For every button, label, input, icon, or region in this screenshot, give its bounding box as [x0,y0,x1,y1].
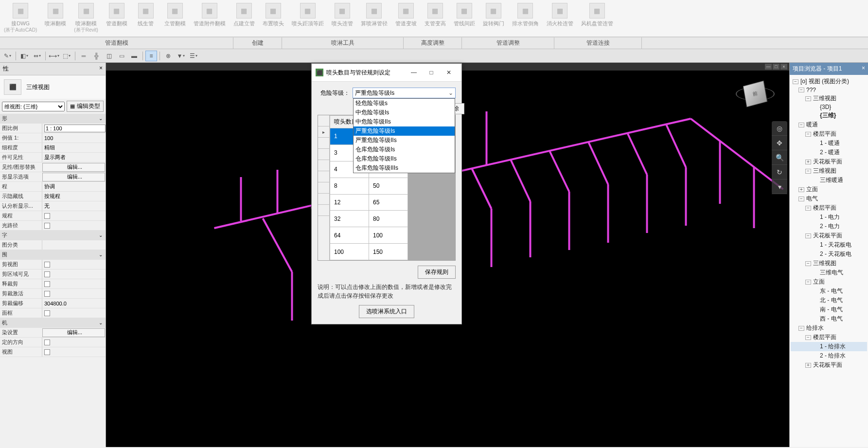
prop-value[interactable] [42,211,106,220]
tree-node[interactable]: −[o] 视图 (视图分类) [791,77,867,86]
table-row[interactable]: 850 [330,178,408,194]
tree-node[interactable]: −电气 [791,194,867,203]
qt-wall[interactable]: ◧ [18,51,30,61]
qt-thin-lines[interactable]: ≡ [145,51,157,61]
tree-expander-icon[interactable]: − [805,96,811,101]
tree-expander-icon[interactable]: − [805,261,811,266]
prop-value[interactable] [42,260,106,269]
select-system-entry-button[interactable]: 选喷淋系统入口 [359,305,414,318]
tree-expander-icon[interactable]: + [805,363,811,368]
ribbon-tool[interactable]: ▦ 算喷淋管径 [357,2,391,35]
prop-checkbox[interactable] [44,281,50,287]
table-row[interactable]: 1265 [330,194,408,211]
dialog-titlebar[interactable]: ⬛ 喷头数目与管径规则设定 — □ ✕ [312,64,461,82]
tree-node[interactable]: 1 - 天花板电 [791,240,867,250]
tree-node[interactable]: 西 - 电气 [791,314,867,323]
properties-close-icon[interactable]: × [99,65,103,73]
prop-value[interactable] [42,308,106,318]
edit-type-button[interactable]: 编辑类型 [67,101,104,112]
dropdown-item[interactable]: 严重危险等级IIs [354,136,455,145]
tree-node[interactable]: −??? [791,86,867,94]
tree-node[interactable]: {三维} [791,111,867,120]
nav-wheel-icon[interactable]: ◎ [772,121,787,136]
tree-node[interactable]: −给排水 [791,323,867,333]
tree-expander-icon[interactable]: − [805,233,811,238]
view-selector[interactable]: 维视图: {三维} [2,102,65,111]
tree-node[interactable]: 三维暖通 [791,176,867,185]
qt-rect[interactable]: ▭ [116,51,127,61]
dropdown-item[interactable]: 轻危险等级s [354,99,455,108]
ribbon-tool[interactable]: ▦ 消火栓连管 [543,2,577,35]
tree-node[interactable]: −三维视图 [791,94,867,103]
tree-node[interactable]: 北 - 电气 [791,296,867,305]
ribbon-tool[interactable]: ▦ 排水管倒角 [508,2,543,35]
prop-value[interactable] [42,347,106,357]
tree-expander-icon[interactable]: − [805,132,811,137]
dropdown-item[interactable]: 中危险等级IIs [354,117,455,126]
nav-orbit-icon[interactable]: ↻ [772,165,787,179]
ribbon-tool[interactable]: ▦ 旋转阀门 [479,2,508,35]
tree-node[interactable]: −楼层平面 [791,129,867,139]
tree-node[interactable]: 三维电气 [791,268,867,277]
tree-node[interactable]: −楼层平面 [791,203,867,213]
table-row[interactable]: 3280 [330,211,408,227]
qt-modify[interactable]: ✎ [1,51,13,61]
qt-pin[interactable]: ═ [78,51,89,61]
table-row[interactable]: 100150 [330,244,408,260]
prop-checkbox[interactable] [44,349,50,355]
ribbon-tool[interactable]: ▦ 支管变高 [421,2,450,35]
tree-expander-icon[interactable]: − [798,326,804,331]
tree-node[interactable]: −楼层平面 [791,333,867,342]
browser-close-icon[interactable]: × [862,65,865,73]
prop-checkbox[interactable] [44,223,50,229]
tree-node[interactable]: 2 - 电力 [791,222,867,231]
tree-node[interactable]: −暖通 [791,120,867,129]
tree-node[interactable]: −立面 [791,277,867,287]
qt-view[interactable]: ▼ [175,51,187,61]
dialog-close-button[interactable]: ✕ [440,67,458,78]
tree-node[interactable]: −三维视图 [791,166,867,176]
prop-value[interactable] [42,338,106,347]
ribbon-tool[interactable]: ▦ 立管翻模 [160,2,190,35]
tree-expander-icon[interactable]: − [798,197,804,201]
viewport-close-icon[interactable]: × [780,64,787,70]
tree-node[interactable]: 1 - 暖通 [791,139,867,148]
collapse-icon[interactable]: ⌄ [99,116,106,121]
ribbon-tool[interactable]: ▦ 喷淋翻模 (基于Revit) [70,2,102,35]
qt-dim[interactable]: ⟷ [48,51,60,61]
prop-checkbox[interactable] [44,213,50,219]
dropdown-item[interactable]: 严重危险等级Is [354,126,455,136]
nav-pan-icon[interactable]: ✥ [772,136,787,150]
dropdown-item[interactable]: 中危险等级Is [354,108,455,117]
nav-more-icon[interactable]: ▾ [772,179,787,194]
qt-split[interactable]: ╬ [90,51,102,61]
ribbon-tool[interactable]: ▦ 布置喷头 [259,2,288,35]
tree-expander-icon[interactable]: − [798,88,804,92]
dropdown-item[interactable]: 仓库危险等级Is [354,145,455,154]
tree-expander-icon[interactable]: + [805,160,811,164]
tree-expander-icon[interactable]: − [805,280,811,285]
tree-expander-icon[interactable]: − [805,335,811,340]
prop-value[interactable] [42,279,106,288]
ribbon-tool[interactable]: ▦ 管道翻模 [102,2,131,35]
viewcube[interactable]: 前 [736,74,775,113]
prop-checkbox[interactable] [44,271,50,277]
prop-value[interactable]: 编辑... [42,163,105,172]
ribbon-tool[interactable]: ▦ 点建立管 [230,2,259,35]
ribbon-tool[interactable]: ▦ 喷淋翻模 [41,2,70,35]
ribbon-tool[interactable]: ▦ 风机盘管连管 [577,2,617,35]
tree-node[interactable]: +立面 [791,185,867,194]
hazard-level-combo[interactable]: 严重危险等级Is 轻危险等级s中危险等级Is中危险等级IIs严重危险等级Is严重… [353,88,456,98]
qt-trim[interactable]: ◫ [103,51,115,61]
prop-value[interactable] [42,124,106,133]
prop-value[interactable] [42,221,106,230]
dropdown-item[interactable]: 仓库危险等级IIIs [354,163,455,173]
nav-zoom-icon[interactable]: 🔍 [772,150,787,165]
tree-node[interactable]: 2 - 天花板电 [791,250,867,259]
tree-node[interactable]: 1 - 电力 [791,213,867,222]
ribbon-tool[interactable]: ▦ 喷头距顶等距 [288,2,328,35]
qt-align[interactable]: ⇔ [31,51,43,61]
prop-input[interactable] [44,125,106,132]
tree-node[interactable]: +天花板平面 [791,157,867,166]
tree-node[interactable]: 1 - 给排水 [791,342,867,351]
